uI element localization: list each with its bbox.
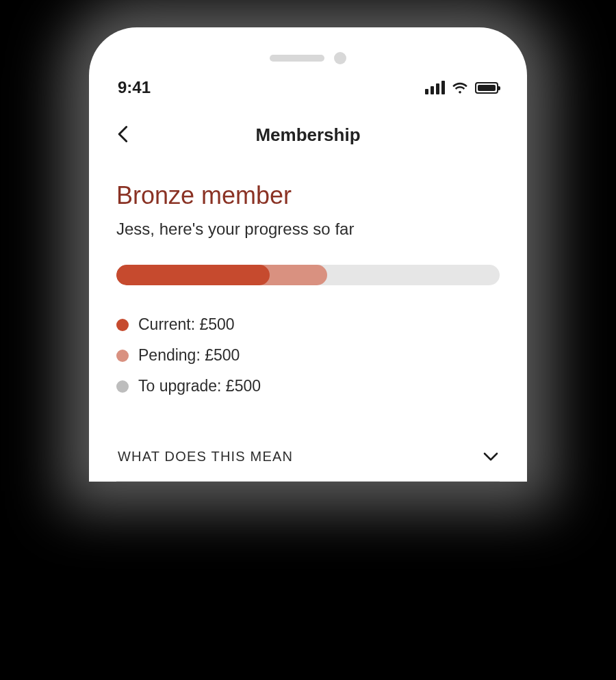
progress-bar	[116, 265, 500, 285]
legend-pending-label: Pending: £500	[138, 346, 240, 365]
wifi-icon	[452, 81, 468, 94]
chevron-down-icon	[483, 452, 498, 462]
back-button[interactable]	[114, 125, 133, 144]
legend-current-label: Current: £500	[138, 315, 235, 334]
legend-pending: Pending: £500	[116, 346, 500, 365]
progress-current-fill	[116, 265, 270, 285]
battery-icon	[475, 82, 498, 94]
dot-current-icon	[116, 319, 129, 331]
nav-bar: Membership	[89, 101, 527, 153]
legend-current: Current: £500	[116, 315, 500, 334]
cellular-signal-icon	[425, 81, 445, 94]
legend-upgrade: To upgrade: £500	[116, 377, 500, 395]
dot-pending-icon	[116, 350, 129, 362]
phone-frame: 9:41 Membership Bronze member Jess, here…	[89, 27, 527, 482]
phone-speaker	[89, 27, 527, 70]
accordion-what-does-this-mean[interactable]: WHAT DOES THIS MEAN	[116, 436, 500, 482]
progress-legend: Current: £500 Pending: £500 To upgrade: …	[116, 315, 500, 395]
tier-subtitle: Jess, here's your progress so far	[116, 220, 500, 239]
status-icons	[425, 81, 498, 94]
legend-upgrade-label: To upgrade: £500	[138, 377, 261, 395]
status-time: 9:41	[118, 78, 151, 97]
page-title: Membership	[255, 125, 360, 146]
tier-title: Bronze member	[116, 181, 500, 210]
dot-upgrade-icon	[116, 380, 129, 393]
accordion-label: WHAT DOES THIS MEAN	[118, 449, 293, 465]
status-bar: 9:41	[89, 70, 527, 101]
content: Bronze member Jess, here's your progress…	[89, 153, 527, 482]
